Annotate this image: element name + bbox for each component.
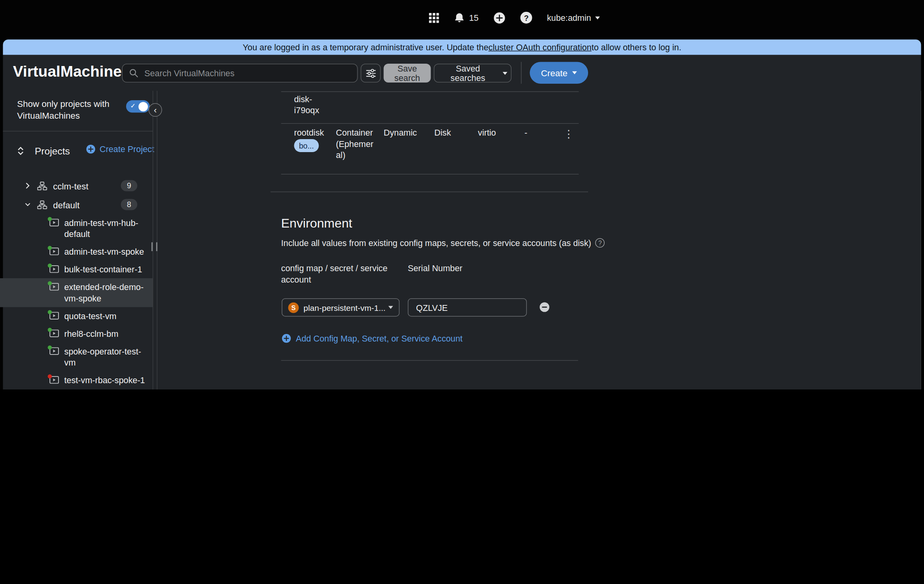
vm-icon [50, 265, 59, 273]
sliders-icon [366, 69, 376, 78]
disk-name-cell: rootdisk [294, 127, 325, 139]
serial-column-label: Serial Number [408, 263, 462, 274]
environment-description: Include all values from existing config … [281, 238, 605, 248]
environment-description-text: Include all values from existing config … [281, 238, 591, 248]
search-input[interactable] [143, 68, 340, 79]
tree-vm-item[interactable]: rhel8-cclm-bm [0, 325, 153, 343]
create-button[interactable]: Create [530, 62, 588, 84]
vm-name: rhel8-cclm-bm [64, 328, 119, 340]
content-right-border [920, 91, 921, 389]
serial-number-input[interactable] [408, 298, 527, 317]
chevron-right-icon[interactable] [25, 182, 31, 189]
question-glyph: ? [521, 12, 532, 24]
disk-name-cell: disk-i79oqx [294, 94, 327, 116]
banner-text-before: You are logged in as a temporary adminis… [243, 42, 489, 52]
notifications-button[interactable]: 15 [454, 12, 478, 24]
sidebar-border [153, 91, 154, 389]
caret-down-icon [503, 72, 508, 75]
resource-select-value: plan-persistent-vm-1... [304, 303, 386, 312]
section-divider [271, 192, 588, 193]
oauth-config-link[interactable]: cluster OAuth configuration [488, 42, 591, 52]
collapse-all-icon[interactable] [16, 146, 25, 156]
add-link-label: Add Config Map, Secret, or Service Accou… [296, 332, 462, 344]
kebab-menu-icon[interactable]: ⋮ [563, 128, 574, 140]
tree-vm-item-selected[interactable]: extended-role-demo-vm-spoke [0, 278, 153, 307]
vm-icon [50, 283, 59, 290]
environment-heading: Environment [281, 217, 352, 231]
tree-vm-item[interactable]: quota-test-vm [0, 307, 153, 325]
chevron-left-icon: ‹ [154, 105, 157, 115]
resource-column-label: config map / secret / service account [281, 263, 399, 285]
tree-vm-item[interactable]: admin-test-vm-spoke [0, 243, 153, 261]
advanced-filters-button[interactable] [361, 64, 381, 83]
toolbar-divider [521, 62, 522, 84]
vm-name: spoke-operator-test-vm [64, 346, 150, 368]
filter-toggle-label: Show only projects with VirtualMachines [17, 98, 133, 121]
project-tree: cclm-test 9 default 8 admin-test-vm-hub-… [0, 176, 153, 389]
resizer-grip-icon[interactable] [152, 242, 158, 252]
add-circle-icon[interactable] [493, 11, 506, 24]
vm-icon [50, 347, 59, 355]
project-name: cclm-test [53, 181, 88, 191]
vm-name: test-vm-rbac-spoke-1 [64, 375, 145, 386]
vm-icon [50, 376, 59, 384]
tree-vm-item[interactable]: spoke-operator-test-vm [0, 343, 153, 372]
caret-down-icon [572, 72, 577, 75]
username: kube:admin [547, 13, 591, 22]
status-running-dot [48, 327, 52, 332]
sidebar-divider [3, 131, 154, 132]
projects-header: Projects [0, 143, 70, 159]
save-search-button[interactable]: Save search [384, 64, 431, 83]
vm-icon [50, 329, 59, 337]
help-question-icon[interactable]: ? [595, 238, 605, 248]
remove-row-button[interactable] [539, 302, 550, 312]
bootable-label: bo... [294, 139, 319, 152]
status-running-dot [48, 310, 52, 314]
tree-vm-item[interactable]: bulk-test-container-1 [0, 261, 153, 278]
banner-text-after: to allow others to log in. [592, 42, 682, 52]
add-configmap-secret-link[interactable]: Add Config Map, Secret, or Service Accou… [282, 332, 462, 344]
status-running-dot [48, 217, 52, 221]
collapse-sidebar-button[interactable]: ‹ [148, 103, 162, 117]
vm-icon [50, 247, 59, 255]
login-banner: You are logged in as a temporary adminis… [3, 40, 921, 55]
secret-icon: S [288, 302, 299, 313]
disk-interface-cell: virtio [478, 128, 496, 138]
user-menu[interactable]: kube:admin [547, 13, 600, 22]
tree-vm-item[interactable]: test-vm-rbac-spoke-1 [0, 371, 153, 389]
vm-name: admin-test-vm-hub-default [64, 217, 150, 240]
caret-down-icon [595, 16, 600, 19]
disk-source-cell: Container (Ephemeral) [336, 127, 375, 161]
check-icon: ✓ [130, 102, 136, 110]
vm-count-badge: 8 [121, 199, 138, 210]
plus-circle-icon [282, 334, 291, 343]
vm-name: admin-test-vm-spoke [64, 246, 144, 257]
project-icon [37, 200, 48, 209]
chevron-down-icon[interactable] [25, 202, 31, 208]
vm-icon [50, 312, 59, 320]
notification-count: 15 [469, 13, 478, 22]
create-project-link[interactable]: Create Project [86, 145, 154, 154]
app-launcher-icon[interactable] [429, 13, 439, 23]
tree-project-cclm-test[interactable]: cclm-test 9 [0, 176, 153, 195]
page-title: VirtualMachines [13, 62, 130, 81]
section-divider [281, 360, 578, 361]
help-icon[interactable]: ? [521, 12, 532, 24]
show-only-vm-projects-toggle[interactable]: ✓ [126, 100, 150, 113]
panel-resizer[interactable] [157, 91, 158, 389]
tree-project-default[interactable]: default 8 [0, 195, 153, 214]
masthead-toolbar: 15 ? kube:admin [429, 9, 600, 27]
saved-searches-button[interactable]: Saved searches [434, 64, 512, 83]
project-icon [37, 181, 48, 190]
table-row-divider [281, 92, 579, 92]
table-row-divider [281, 174, 579, 175]
resource-select[interactable]: S plan-persistent-vm-1... [282, 298, 400, 317]
tree-vm-item[interactable]: admin-test-vm-hub-default [0, 214, 153, 243]
plus-circle-icon [86, 145, 95, 154]
vm-name: quota-test-vm [64, 310, 117, 322]
disk-drive-cell: Disk [434, 128, 451, 138]
project-name: default [53, 200, 80, 210]
caret-down-icon [389, 306, 393, 309]
status-running-dot [48, 345, 52, 349]
projects-heading: Projects [35, 145, 70, 157]
